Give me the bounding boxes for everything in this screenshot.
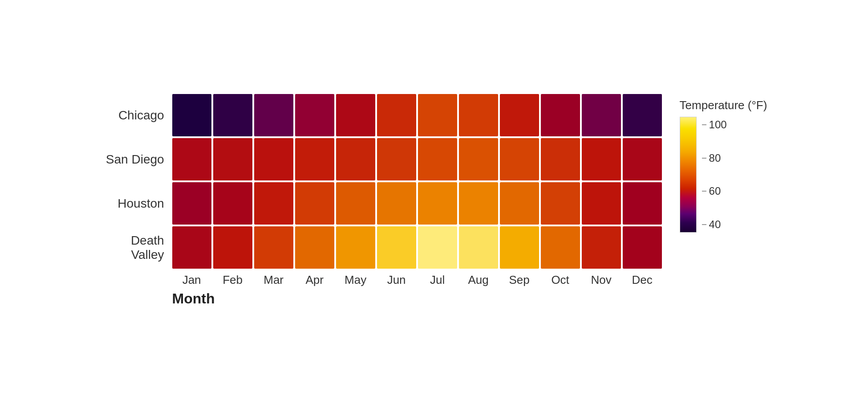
heatmap-cell <box>336 182 375 225</box>
heatmap-cell <box>459 182 498 225</box>
heatmap-cell <box>172 226 211 269</box>
cells-row <box>172 226 662 269</box>
cells-row <box>172 182 662 225</box>
chart-container: ChicagoSan DiegoHoustonDeath Valley JanF… <box>83 76 785 325</box>
heatmap-cell <box>336 226 375 269</box>
heatmap-cell <box>213 182 252 225</box>
heatmap-cell <box>418 226 457 269</box>
heatmap-cell <box>582 182 621 225</box>
heatmap-cell <box>172 94 211 136</box>
heatmap-cell <box>623 226 662 269</box>
legend-tick: 40 <box>702 218 727 231</box>
heatmap-cell <box>336 138 375 180</box>
heatmap-cell <box>377 182 416 225</box>
month-label: Feb <box>213 273 252 287</box>
legend-tick-line <box>702 224 706 225</box>
heatmap-cell <box>582 94 621 136</box>
heatmap-cell <box>459 138 498 180</box>
legend-tick: 80 <box>702 152 727 164</box>
legend-tick-line <box>702 124 706 125</box>
month-label: Aug <box>459 273 498 287</box>
heatmap-cell <box>582 226 621 269</box>
heatmap-cell <box>623 182 662 225</box>
month-label: Jun <box>377 273 416 287</box>
heatmap-cell <box>500 182 539 225</box>
city-label: San Diego <box>101 152 172 167</box>
legend-tick-line <box>702 158 706 159</box>
legend-bar-container: 100806040 <box>680 117 727 233</box>
heatmap-cell <box>377 226 416 269</box>
month-labels-row: JanFebMarAprMayJunJulAugSepOctNovDec <box>101 273 662 287</box>
heatmap-cell <box>500 138 539 180</box>
month-label: Mar <box>254 273 293 287</box>
month-label: Jan <box>172 273 211 287</box>
heatmap-cell <box>500 226 539 269</box>
month-label: Nov <box>582 273 621 287</box>
legend-tick-line <box>702 191 706 192</box>
heatmap-cell <box>213 226 252 269</box>
heatmap-cell <box>295 138 334 180</box>
heatmap-cell <box>172 182 211 225</box>
heatmap-cell <box>336 94 375 136</box>
heatmap-cell <box>295 182 334 225</box>
heatmap-cell <box>295 226 334 269</box>
heatmap-cell <box>541 94 580 136</box>
heatmap-cell <box>254 94 293 136</box>
legend-tick: 100 <box>702 119 727 131</box>
month-label: May <box>336 273 375 287</box>
heatmap-cell <box>541 226 580 269</box>
legend-tick-label: 100 <box>709 119 727 131</box>
heatmap-row: San Diego <box>101 138 662 180</box>
heatmap-cell <box>254 226 293 269</box>
city-label: Houston <box>101 196 172 211</box>
month-label: Dec <box>623 273 662 287</box>
month-label: Sep <box>500 273 539 287</box>
legend-tick-label: 80 <box>709 152 721 164</box>
legend-ticks: 100806040 <box>702 117 727 233</box>
heatmap-grid: ChicagoSan DiegoHoustonDeath Valley <box>101 94 662 269</box>
heatmap-cell <box>418 182 457 225</box>
heatmap-row: Houston <box>101 182 662 225</box>
legend-title: Temperature (°F) <box>680 98 767 112</box>
heatmap-area: ChicagoSan DiegoHoustonDeath Valley JanF… <box>101 94 662 307</box>
heatmap-cell <box>541 182 580 225</box>
heatmap-cell <box>541 138 580 180</box>
heatmap-cell <box>418 138 457 180</box>
month-label: Oct <box>541 273 580 287</box>
legend: Temperature (°F) 100806040 <box>680 98 767 233</box>
heatmap-cell <box>623 94 662 136</box>
heatmap-cell <box>213 138 252 180</box>
heatmap-cell <box>623 138 662 180</box>
legend-tick: 60 <box>702 185 727 197</box>
cells-row <box>172 94 662 136</box>
city-label: Death Valley <box>101 233 172 262</box>
legend-tick-label: 40 <box>709 218 721 231</box>
heatmap-cell <box>295 94 334 136</box>
heatmap-cell <box>254 182 293 225</box>
cells-row <box>172 138 662 180</box>
heatmap-cell <box>459 226 498 269</box>
heatmap-cell <box>377 138 416 180</box>
month-label: Apr <box>295 273 334 287</box>
month-label: Jul <box>418 273 457 287</box>
heatmap-cell <box>213 94 252 136</box>
legend-tick-label: 60 <box>709 185 721 197</box>
heatmap-cell <box>459 94 498 136</box>
heatmap-cell <box>582 138 621 180</box>
heatmap-cell <box>172 138 211 180</box>
month-labels: JanFebMarAprMayJunJulAugSepOctNovDec <box>172 273 662 287</box>
heatmap-row: Death Valley <box>101 226 662 269</box>
city-label: Chicago <box>101 108 172 123</box>
heatmap-row: Chicago <box>101 94 662 136</box>
heatmap-cell <box>500 94 539 136</box>
heatmap-cell <box>254 138 293 180</box>
heatmap-cell <box>418 94 457 136</box>
heatmap-cell <box>377 94 416 136</box>
legend-color-bar <box>680 117 697 233</box>
x-axis-title: Month <box>172 291 215 307</box>
